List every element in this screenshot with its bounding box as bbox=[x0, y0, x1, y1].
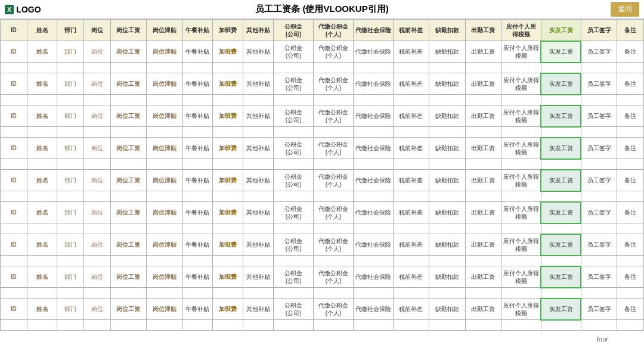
cell-pretax: 税前补差 bbox=[393, 202, 429, 223]
cell-other: 其他补贴 bbox=[243, 170, 274, 191]
cell-note: 备注 bbox=[617, 170, 644, 191]
cell-dept: 部门 bbox=[57, 202, 84, 223]
table-row: ID姓名部门岗位岗位工资岗位津贴午餐补贴加班费其他补贴公积金(公司)代缴公积金(… bbox=[1, 299, 644, 320]
cell-lunch: 午餐补贴 bbox=[182, 105, 213, 127]
cell-fund_pers: 代缴公积金(个人) bbox=[314, 170, 354, 191]
cell-pos_wage: 岗位工资 bbox=[110, 41, 146, 63]
cell-fund_pers: 代缴公积金(个人) bbox=[314, 234, 354, 256]
cell-sign: 员工签字 bbox=[581, 266, 617, 288]
logo-text: LOGO bbox=[16, 5, 41, 14]
back-button[interactable]: 返回 bbox=[611, 2, 639, 17]
cell-actual: 实发工资 bbox=[541, 105, 581, 127]
cell-tax: 应付个人所得税额 bbox=[501, 41, 541, 63]
cell-overtime: 加班费 bbox=[213, 41, 243, 63]
cell-ins: 代缴社会保险 bbox=[353, 234, 393, 256]
cell-lunch: 午餐补贴 bbox=[182, 138, 213, 159]
separator-row bbox=[1, 159, 644, 170]
cell-dept: 部门 bbox=[57, 138, 84, 159]
cell-depart: 出勤工资 bbox=[465, 170, 501, 191]
cell-other: 其他补贴 bbox=[243, 41, 274, 63]
cell-id: ID bbox=[1, 138, 27, 159]
col-note: 备注 bbox=[617, 20, 644, 41]
separator-row bbox=[1, 256, 644, 266]
cell-absent: 缺勤扣款 bbox=[429, 266, 465, 288]
cell-name: 姓名 bbox=[27, 234, 57, 256]
cell-tax: 应付个人所得税额 bbox=[501, 234, 541, 256]
cell-fund_pers: 代缴公积金(个人) bbox=[314, 138, 354, 159]
cell-pretax: 税前补差 bbox=[393, 138, 429, 159]
cell-fund_pers: 代缴公积金(个人) bbox=[314, 73, 354, 95]
cell-depart: 出勤工资 bbox=[465, 234, 501, 256]
col-depart: 出勤工资 bbox=[465, 20, 501, 41]
cell-pos_wage: 岗位工资 bbox=[110, 299, 146, 320]
cell-dept: 部门 bbox=[57, 266, 84, 288]
cell-pretax: 税前补差 bbox=[393, 299, 429, 320]
cell-tax: 应付个人所得税额 bbox=[501, 170, 541, 191]
separator-row bbox=[1, 95, 644, 105]
cell-tax: 应付个人所得税额 bbox=[501, 266, 541, 288]
cell-pretax: 税前补差 bbox=[393, 234, 429, 256]
cell-other: 其他补贴 bbox=[243, 202, 274, 223]
cell-id: ID bbox=[1, 266, 27, 288]
cell-actual: 实发工资 bbox=[541, 138, 581, 159]
cell-fund_comp: 公积金(公司) bbox=[274, 138, 314, 159]
cell-other: 其他补贴 bbox=[243, 299, 274, 320]
cell-absent: 缺勤扣款 bbox=[429, 299, 465, 320]
cell-overtime: 加班费 bbox=[213, 73, 243, 95]
table-row: ID姓名部门岗位岗位工资岗位津贴午餐补贴加班费其他补贴公积金(公司)代缴公积金(… bbox=[1, 73, 644, 95]
cell-pos: 岗位 bbox=[84, 105, 111, 127]
table-row: ID姓名部门岗位岗位工资岗位津贴午餐补贴加班费其他补贴公积金(公司)代缴公积金(… bbox=[1, 202, 644, 223]
cell-ins: 代缴社会保险 bbox=[353, 105, 393, 127]
col-pretax: 税前补差 bbox=[393, 20, 429, 41]
cell-actual: 实发工资 bbox=[541, 73, 581, 95]
cell-name: 姓名 bbox=[27, 105, 57, 127]
cell-absent: 缺勤扣款 bbox=[429, 234, 465, 256]
separator-row bbox=[1, 320, 644, 331]
col-sign: 员工签字 bbox=[581, 20, 617, 41]
cell-note: 备注 bbox=[617, 266, 644, 288]
cell-name: 姓名 bbox=[27, 266, 57, 288]
title-bar: X LOGO 员工工资条 (使用VLOOKUP引用) 返回 bbox=[0, 0, 644, 19]
col-absent: 缺勤扣款 bbox=[429, 20, 465, 41]
cell-fund_pers: 代缴公积金(个人) bbox=[314, 202, 354, 223]
cell-ins: 代缴社会保险 bbox=[353, 299, 393, 320]
separator-row bbox=[1, 288, 644, 299]
col-lunch: 午餐补贴 bbox=[182, 20, 213, 41]
cell-absent: 缺勤扣款 bbox=[429, 138, 465, 159]
cell-tax: 应付个人所得税额 bbox=[501, 105, 541, 127]
cell-id: ID bbox=[1, 73, 27, 95]
cell-pos_wage: 岗位工资 bbox=[110, 234, 146, 256]
col-fund-comp: 公积金(公司) bbox=[274, 20, 314, 41]
cell-lunch: 午餐补贴 bbox=[182, 234, 213, 256]
cell-id: ID bbox=[1, 105, 27, 127]
table-row: ID姓名部门岗位岗位工资岗位津贴午餐补贴加班费其他补贴公积金(公司)代缴公积金(… bbox=[1, 170, 644, 191]
excel-icon: X bbox=[5, 5, 14, 14]
cell-note: 备注 bbox=[617, 105, 644, 127]
cell-lunch: 午餐补贴 bbox=[182, 202, 213, 223]
cell-note: 备注 bbox=[617, 73, 644, 95]
cell-fund_comp: 公积金(公司) bbox=[274, 105, 314, 127]
cell-pos_wage: 岗位工资 bbox=[110, 202, 146, 223]
col-dept: 部门 bbox=[57, 20, 84, 41]
cell-absent: 缺勤扣款 bbox=[429, 105, 465, 127]
cell-pos_wage: 岗位工资 bbox=[110, 73, 146, 95]
table-wrapper: ID 姓名 部门 岗位 岗位工资 岗位津贴 午餐补贴 加班费 其他补贴 公积金(… bbox=[0, 19, 644, 331]
cell-pretax: 税前补差 bbox=[393, 266, 429, 288]
cell-pos: 岗位 bbox=[84, 138, 111, 159]
table-row: ID姓名部门岗位岗位工资岗位津贴午餐补贴加班费其他补贴公积金(公司)代缴公积金(… bbox=[1, 138, 644, 159]
cell-dept: 部门 bbox=[57, 234, 84, 256]
cell-pos_allow: 岗位津贴 bbox=[147, 105, 182, 127]
cell-other: 其他补贴 bbox=[243, 234, 274, 256]
cell-pos: 岗位 bbox=[84, 202, 111, 223]
cell-lunch: 午餐补贴 bbox=[182, 73, 213, 95]
cell-depart: 出勤工资 bbox=[465, 105, 501, 127]
cell-pos_wage: 岗位工资 bbox=[110, 105, 146, 127]
cell-other: 其他补贴 bbox=[243, 73, 274, 95]
cell-sign: 员工签字 bbox=[581, 138, 617, 159]
cell-note: 备注 bbox=[617, 41, 644, 63]
cell-actual: 实发工资 bbox=[541, 41, 581, 63]
cell-pretax: 税前补差 bbox=[393, 41, 429, 63]
cell-fund_comp: 公积金(公司) bbox=[274, 266, 314, 288]
separator-row bbox=[1, 63, 644, 73]
cell-pos: 岗位 bbox=[84, 299, 111, 320]
